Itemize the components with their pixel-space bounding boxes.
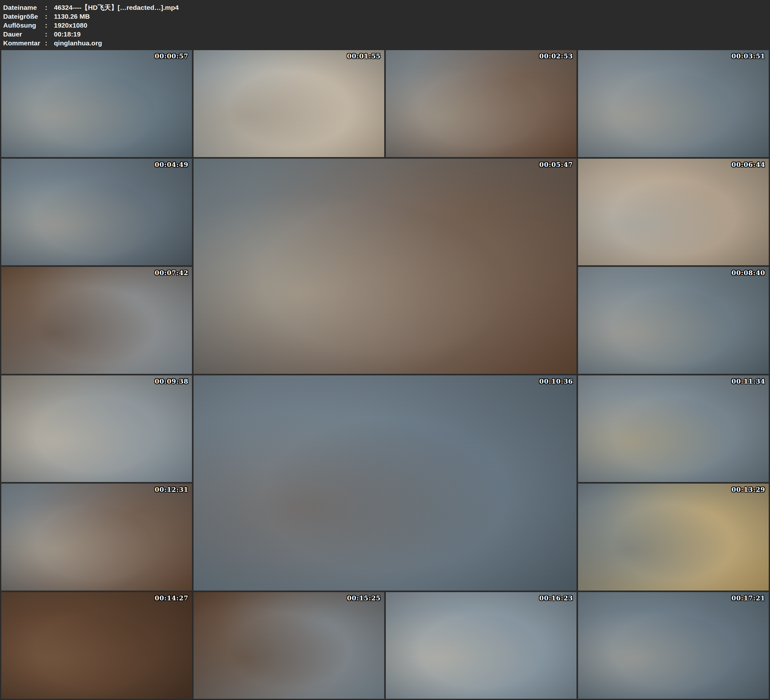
thumbnail-placeholder-image <box>194 592 384 699</box>
thumbnail-grid: 00:00:57 00:01:55 00:02:53 00:03:51 00:0… <box>0 50 770 700</box>
meta-label-comment: Kommentar <box>3 39 45 48</box>
meta-row-filesize: Dateigröße : 1130.26 MB <box>3 12 767 21</box>
meta-value-filename: 46324----【HD飞天】[…redacted…].mp4 <box>54 3 767 12</box>
thumbnail-placeholder-image <box>578 267 769 374</box>
thumbnail-placeholder-image <box>194 50 384 157</box>
video-thumbnail[interactable]: 00:12:31 <box>1 484 192 590</box>
video-thumbnail-large[interactable]: 00:10:36 <box>194 375 576 590</box>
meta-label-filename: Dateiname <box>3 3 45 12</box>
meta-separator: : <box>45 21 54 30</box>
meta-separator: : <box>45 12 54 21</box>
thumbnail-placeholder-image <box>386 50 576 157</box>
thumbnail-placeholder-image <box>1 592 192 699</box>
meta-separator: : <box>45 39 54 48</box>
video-thumbnail[interactable]: 00:04:49 <box>1 159 192 266</box>
meta-row-duration: Dauer : 00:18:19 <box>3 30 767 39</box>
video-thumbnail[interactable]: 00:14:27 <box>1 592 192 699</box>
meta-label-duration: Dauer <box>3 30 45 39</box>
meta-label-resolution: Auflösung <box>3 21 45 30</box>
video-thumbnail[interactable]: 00:13:29 <box>578 484 769 590</box>
meta-separator: : <box>45 3 54 12</box>
video-thumbnail[interactable]: 00:02:53 <box>386 50 576 157</box>
meta-value-duration: 00:18:19 <box>54 30 767 39</box>
thumbnail-placeholder-image <box>578 592 769 699</box>
video-thumbnail[interactable]: 00:17:21 <box>578 592 769 699</box>
video-thumbnail[interactable]: 00:16:23 <box>386 592 576 699</box>
thumbnail-placeholder-image <box>194 375 576 590</box>
meta-label-filesize: Dateigröße <box>3 12 45 21</box>
thumbnail-placeholder-image <box>578 484 769 590</box>
video-thumbnail-large[interactable]: 00:05:47 <box>194 159 576 374</box>
thumbnail-placeholder-image <box>194 159 576 374</box>
thumbnail-placeholder-image <box>1 375 192 482</box>
video-thumbnail[interactable]: 00:03:51 <box>578 50 769 157</box>
meta-row-comment: Kommentar : qinglanhua.org <box>3 39 767 48</box>
thumbnail-placeholder-image <box>578 375 769 482</box>
thumbnail-placeholder-image <box>578 50 769 157</box>
meta-value-resolution: 1920x1080 <box>54 21 767 30</box>
thumbnail-placeholder-image <box>1 50 192 157</box>
video-thumbnail[interactable]: 00:15:25 <box>194 592 384 699</box>
thumbnail-placeholder-image <box>386 592 576 699</box>
video-thumbnail[interactable]: 00:00:57 <box>1 50 192 157</box>
thumbnail-placeholder-image <box>1 484 192 590</box>
video-thumbnail[interactable]: 00:06:44 <box>578 159 769 266</box>
video-thumbnail[interactable]: 00:07:42 <box>1 267 192 374</box>
meta-row-resolution: Auflösung : 1920x1080 <box>3 21 767 30</box>
meta-row-filename: Dateiname : 46324----【HD飞天】[…redacted…].… <box>3 3 767 12</box>
meta-value-filesize: 1130.26 MB <box>54 12 767 21</box>
file-metadata-header: Dateiname : 46324----【HD飞天】[…redacted…].… <box>0 0 770 50</box>
video-thumbnail[interactable]: 00:01:55 <box>194 50 384 157</box>
meta-separator: : <box>45 30 54 39</box>
video-thumbnail[interactable]: 00:08:40 <box>578 267 769 374</box>
thumbnail-placeholder-image <box>1 267 192 374</box>
meta-value-comment: qinglanhua.org <box>54 39 767 48</box>
video-thumbnail[interactable]: 00:09:38 <box>1 375 192 482</box>
video-thumbnail[interactable]: 00:11:34 <box>578 375 769 482</box>
thumbnail-placeholder-image <box>1 159 192 266</box>
thumbnail-placeholder-image <box>578 159 769 266</box>
